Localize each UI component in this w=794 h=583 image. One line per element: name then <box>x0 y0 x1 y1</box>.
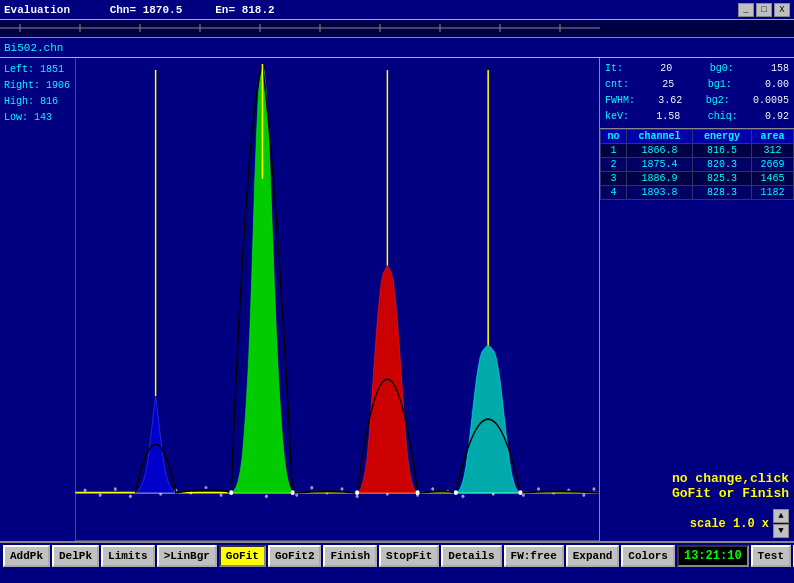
toolbar-btn-expand[interactable]: Expand <box>566 545 620 567</box>
fwhm-label: FWHM: <box>605 93 635 109</box>
it-value: 20 <box>660 61 672 77</box>
svg-point-61 <box>454 490 458 495</box>
fwhm-value: 3.62 <box>658 93 682 109</box>
table-row: 31886.9825.31465 <box>601 172 794 186</box>
peak-table-body: 11866.8816.531221875.4820.3266931886.982… <box>601 144 794 200</box>
svg-point-28 <box>310 486 313 490</box>
svg-point-38 <box>461 495 464 499</box>
toolbar-btn-stopfit[interactable]: StopFit <box>379 545 439 567</box>
right-panel: It: 20 bg0: 158 cnt: 25 bg1: 0.00 FWHM: … <box>599 58 794 541</box>
ruler-svg <box>0 20 794 38</box>
scale-down-button[interactable]: ▼ <box>773 524 789 538</box>
svg-point-25 <box>265 495 268 499</box>
toolbar: AddPkDelPkLimits>LinBgrGoFitGoFit2Finish… <box>0 541 794 569</box>
toolbar-btn-finish[interactable]: Finish <box>323 545 377 567</box>
toolbar-btn-gofit2[interactable]: GoFit2 <box>268 545 322 567</box>
chn-label: Chn= 1870.5 <box>110 4 183 16</box>
stat-row-fwhm: FWHM: 3.62 bg2: 0.0095 <box>605 93 789 109</box>
svg-point-36 <box>431 487 434 491</box>
toolbar-btn-limits[interactable]: Limits <box>101 545 155 567</box>
toolbar-btn-delpk[interactable]: DelPk <box>52 545 99 567</box>
svg-point-57 <box>229 490 233 495</box>
peak-table-panel: no channel energy area 11866.8816.531221… <box>600 129 794 466</box>
kev-value: 1.58 <box>656 109 680 125</box>
svg-point-15 <box>114 487 117 491</box>
stat-row-it: It: 20 bg0: 158 <box>605 61 789 77</box>
cnt-label: cnt: <box>605 77 629 93</box>
chiq-label: chiq: <box>708 109 738 125</box>
app-title: Evaluation <box>4 4 70 16</box>
bg2-value: 0.0095 <box>753 93 789 109</box>
col-header-channel: channel <box>626 130 693 144</box>
toolbar-btn-addpk[interactable]: AddPk <box>3 545 50 567</box>
scale-up-button[interactable]: ▲ <box>773 509 789 523</box>
svg-point-16 <box>129 495 132 499</box>
chiq-value: 0.92 <box>765 109 789 125</box>
table-row: 11866.8816.5312 <box>601 144 794 158</box>
toolbar-btn-linbgr[interactable]: >LinBgr <box>157 545 217 567</box>
window-controls: _ □ X <box>738 3 790 17</box>
svg-point-42 <box>522 493 525 497</box>
it-label: It: <box>605 61 623 77</box>
bg0-value: 158 <box>771 61 789 77</box>
toolbar-btn-details[interactable]: Details <box>441 545 501 567</box>
table-row: 41893.8828.31182 <box>601 186 794 200</box>
maximize-button[interactable]: □ <box>756 3 772 17</box>
message-area: no change,click GoFit or Finish <box>600 466 794 506</box>
left-labels-panel: Left: 1851 Right: 1906 High: 816 Low: 14… <box>0 58 75 541</box>
toolbar-btn-colors[interactable]: Colors <box>621 545 675 567</box>
svg-point-30 <box>341 487 344 491</box>
svg-point-47 <box>592 487 595 491</box>
filename-label: Bi502.chn <box>4 42 63 54</box>
left-label-row: Left: 1851 <box>4 62 71 78</box>
svg-point-58 <box>291 490 295 495</box>
toolbar-buttons: AddPkDelPkLimits>LinBgrGoFitGoFit2Finish… <box>3 545 675 567</box>
scale-label: scale 1.0 x <box>690 517 769 531</box>
bg1-label: bg1: <box>708 77 732 93</box>
svg-point-46 <box>582 493 585 497</box>
col-header-no: no <box>601 130 627 144</box>
peak-table: no channel energy area 11866.8816.531221… <box>600 129 794 200</box>
channel-ruler <box>0 20 794 38</box>
svg-point-60 <box>416 490 420 495</box>
svg-point-22 <box>220 493 223 497</box>
time-display: 13:21:10 <box>677 545 749 567</box>
bg2-label: bg2: <box>706 93 730 109</box>
scale-area: scale 1.0 x ▲ ▼ <box>600 506 794 541</box>
svg-point-27 <box>295 493 298 497</box>
table-row: 21875.4820.32669 <box>601 158 794 172</box>
bg0-label: bg0: <box>710 61 734 77</box>
test-button[interactable]: Test <box>751 545 791 567</box>
svg-point-59 <box>355 490 359 495</box>
svg-point-14 <box>99 493 102 497</box>
kev-label: keV: <box>605 109 629 125</box>
right-label-row: Right: 1906 <box>4 78 71 94</box>
toolbar-btn-fwfree[interactable]: FW:free <box>504 545 564 567</box>
high-label-row: High: 816 <box>4 94 71 110</box>
svg-point-62 <box>518 490 522 495</box>
low-label-row: Low: 143 <box>4 110 71 126</box>
chart-container: Left: 1851 Right: 1906 High: 816 Low: 14… <box>0 58 794 541</box>
svg-point-43 <box>537 487 540 491</box>
toolbar-btn-gofit[interactable]: GoFit <box>219 545 266 567</box>
message-line2: GoFit or Finish <box>605 486 789 501</box>
title-bar: Evaluation Chn= 1870.5 En= 818.2 _ □ X <box>0 0 794 20</box>
cnt-value: 25 <box>662 77 674 93</box>
stat-row-kev: keV: 1.58 chiq: 0.92 <box>605 109 789 125</box>
file-info-bar: Bi502.chn <box>0 38 794 58</box>
close-window-button[interactable]: X <box>774 3 790 17</box>
minimize-button[interactable]: _ <box>738 3 754 17</box>
svg-point-13 <box>84 488 87 492</box>
col-header-energy: energy <box>693 130 751 144</box>
message-line1: no change,click <box>605 471 789 486</box>
en-label: En= 818.2 <box>215 4 274 16</box>
stat-row-cnt: cnt: 25 bg1: 0.00 <box>605 77 789 93</box>
spectrum-chart[interactable]: 0% <box>75 58 599 541</box>
spectrum-svg <box>75 58 599 541</box>
title-bar-title: Evaluation Chn= 1870.5 En= 818.2 <box>4 4 275 16</box>
col-header-area: area <box>751 130 793 144</box>
bg1-value: 0.00 <box>765 77 789 93</box>
main-area: Bi502.chn Left: 1851 Right: 1906 High: 8… <box>0 20 794 541</box>
stats-panel: It: 20 bg0: 158 cnt: 25 bg1: 0.00 FWHM: … <box>600 58 794 129</box>
